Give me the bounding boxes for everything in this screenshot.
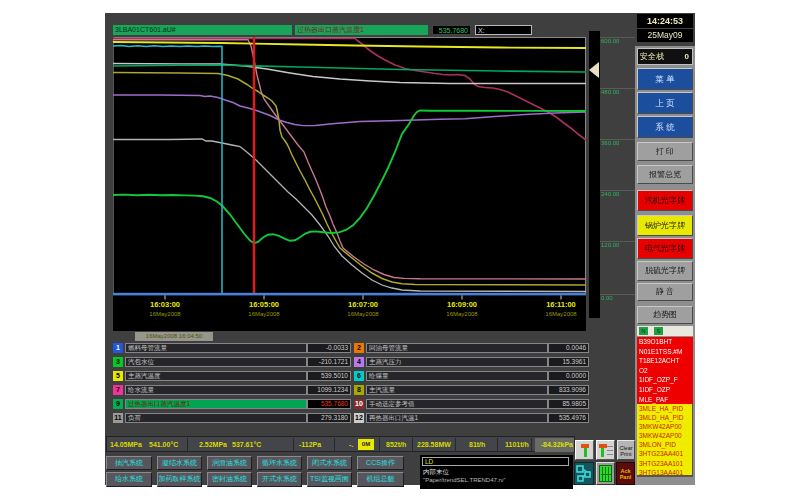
svg-text:16May2008: 16May2008 (347, 311, 379, 317)
svg-text:16May2008: 16May2008 (248, 311, 280, 317)
svg-text:16:11:00: 16:11:00 (546, 300, 576, 309)
svg-text:16:09:00: 16:09:00 (447, 300, 477, 309)
svg-text:16May2008: 16May2008 (545, 311, 577, 317)
svg-text:16May2008: 16May2008 (446, 311, 478, 317)
svg-text:16May2008: 16May2008 (149, 311, 181, 317)
svg-text:16:05:00: 16:05:00 (249, 300, 279, 309)
svg-text:16:07:00: 16:07:00 (348, 300, 378, 309)
svg-text:16:03:00: 16:03:00 (150, 300, 180, 309)
